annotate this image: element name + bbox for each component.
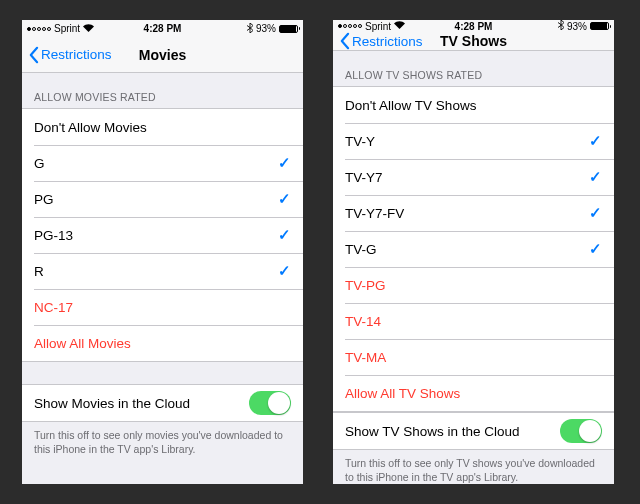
cloud-row[interactable]: Show Movies in the Cloud bbox=[22, 385, 303, 421]
nav-bar: Restrictions Movies bbox=[22, 37, 303, 73]
section-header: ALLOW MOVIES RATED bbox=[22, 73, 303, 108]
rating-row[interactable]: NC-17 bbox=[22, 289, 303, 325]
check-icon: ✓ bbox=[589, 240, 602, 258]
rating-label: PG bbox=[34, 192, 54, 207]
rating-row[interactable]: TV-Y✓ bbox=[333, 123, 614, 159]
status-time: 4:28 PM bbox=[455, 21, 493, 32]
phone-movies: Sprint 4:28 PM 93% Restrictions Movies A… bbox=[22, 20, 303, 484]
footer-note: Turn this off to see only TV shows you'v… bbox=[333, 450, 614, 484]
bluetooth-icon bbox=[558, 20, 564, 32]
rating-row[interactable]: Don't Allow Movies bbox=[22, 109, 303, 145]
rating-label: TV-Y bbox=[345, 134, 375, 149]
ratings-list: Don't Allow MoviesG✓PG✓PG-13✓R✓NC-17Allo… bbox=[22, 108, 303, 362]
signal-icon bbox=[27, 27, 51, 31]
status-bar: Sprint 4:28 PM 93% bbox=[333, 20, 614, 32]
rating-label: Don't Allow TV Shows bbox=[345, 98, 476, 113]
rating-row[interactable]: R✓ bbox=[22, 253, 303, 289]
footer-note: Turn this off to see only movies you've … bbox=[22, 422, 303, 468]
battery-icon bbox=[279, 25, 298, 33]
carrier-name: Sprint bbox=[365, 21, 391, 32]
cloud-list: Show TV Shows in the Cloud bbox=[333, 412, 614, 450]
rating-label: Don't Allow Movies bbox=[34, 120, 147, 135]
page-title: Movies bbox=[139, 47, 186, 63]
rating-label: TV-Y7-FV bbox=[345, 206, 404, 221]
back-label: Restrictions bbox=[352, 34, 423, 49]
check-icon: ✓ bbox=[278, 190, 291, 208]
rating-label: TV-G bbox=[345, 242, 377, 257]
section-header: ALLOW TV SHOWS RATED bbox=[333, 51, 614, 86]
rating-label: G bbox=[34, 156, 45, 171]
back-button[interactable]: Restrictions bbox=[339, 32, 423, 50]
rating-row[interactable]: TV-14 bbox=[333, 303, 614, 339]
check-icon: ✓ bbox=[589, 132, 602, 150]
status-bar: Sprint 4:28 PM 93% bbox=[22, 20, 303, 37]
cloud-label: Show TV Shows in the Cloud bbox=[345, 424, 520, 439]
rating-row[interactable]: TV-MA bbox=[333, 339, 614, 375]
back-label: Restrictions bbox=[41, 47, 112, 62]
status-time: 4:28 PM bbox=[144, 23, 182, 34]
check-icon: ✓ bbox=[278, 262, 291, 280]
phone-tvshows: Sprint 4:28 PM 93% Restrictions TV Shows… bbox=[333, 20, 614, 484]
rating-row[interactable]: PG✓ bbox=[22, 181, 303, 217]
check-icon: ✓ bbox=[278, 226, 291, 244]
rating-row[interactable]: Allow All Movies bbox=[22, 325, 303, 361]
rating-label: PG-13 bbox=[34, 228, 73, 243]
rating-label: TV-MA bbox=[345, 350, 386, 365]
cloud-list: Show Movies in the Cloud bbox=[22, 384, 303, 422]
rating-label: TV-Y7 bbox=[345, 170, 383, 185]
cloud-row[interactable]: Show TV Shows in the Cloud bbox=[333, 413, 614, 449]
rating-label: NC-17 bbox=[34, 300, 73, 315]
rating-row[interactable]: TV-G✓ bbox=[333, 231, 614, 267]
nav-bar: Restrictions TV Shows bbox=[333, 32, 614, 51]
rating-row[interactable]: TV-Y7-FV✓ bbox=[333, 195, 614, 231]
check-icon: ✓ bbox=[589, 168, 602, 186]
check-icon: ✓ bbox=[589, 204, 602, 222]
rating-row[interactable]: G✓ bbox=[22, 145, 303, 181]
wifi-icon bbox=[83, 24, 94, 34]
cloud-toggle[interactable] bbox=[560, 419, 602, 443]
rating-label: Allow All TV Shows bbox=[345, 386, 460, 401]
page-title: TV Shows bbox=[440, 33, 507, 49]
battery-pct: 93% bbox=[256, 23, 276, 34]
battery-pct: 93% bbox=[567, 21, 587, 32]
bluetooth-icon bbox=[247, 23, 253, 35]
rating-row[interactable]: Allow All TV Shows bbox=[333, 375, 614, 411]
chevron-left-icon bbox=[339, 32, 350, 50]
rating-row[interactable]: TV-PG bbox=[333, 267, 614, 303]
rating-row[interactable]: TV-Y7✓ bbox=[333, 159, 614, 195]
rating-label: R bbox=[34, 264, 44, 279]
check-icon: ✓ bbox=[278, 154, 291, 172]
rating-label: Allow All Movies bbox=[34, 336, 131, 351]
signal-icon bbox=[338, 24, 362, 28]
wifi-icon bbox=[394, 21, 405, 31]
chevron-left-icon bbox=[28, 46, 39, 64]
battery-icon bbox=[590, 22, 609, 30]
cloud-toggle[interactable] bbox=[249, 391, 291, 415]
rating-label: TV-14 bbox=[345, 314, 381, 329]
ratings-list: Don't Allow TV ShowsTV-Y✓TV-Y7✓TV-Y7-FV✓… bbox=[333, 86, 614, 412]
rating-row[interactable]: PG-13✓ bbox=[22, 217, 303, 253]
carrier-name: Sprint bbox=[54, 23, 80, 34]
rating-label: TV-PG bbox=[345, 278, 386, 293]
rating-row[interactable]: Don't Allow TV Shows bbox=[333, 87, 614, 123]
cloud-label: Show Movies in the Cloud bbox=[34, 396, 190, 411]
back-button[interactable]: Restrictions bbox=[28, 46, 112, 64]
